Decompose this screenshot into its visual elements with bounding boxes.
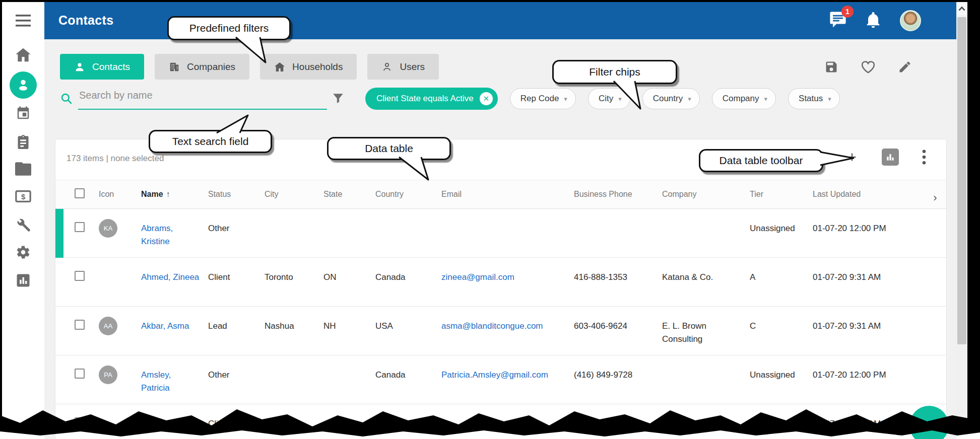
callout-filter-chips: Filter chips	[552, 60, 677, 84]
folder-icon[interactable]	[15, 162, 31, 176]
contact-name-link[interactable]: Abrams, Kristine	[141, 224, 173, 246]
contact-name-link[interactable]: Akbar, Asma	[141, 321, 189, 331]
col-company[interactable]: Company	[658, 190, 746, 199]
contacts-icon-active[interactable]	[10, 71, 37, 99]
table-row[interactable]: AA Akbar, Asma Lead Nashua NH USA asma@b…	[55, 307, 946, 355]
cell-status: Other	[204, 209, 260, 235]
email-link[interactable]: zineea@gmail.com	[441, 272, 514, 282]
cell-phone	[570, 404, 658, 417]
save-view-icon[interactable]	[824, 60, 838, 76]
billing-icon[interactable]: $	[15, 189, 31, 203]
callout-label: Data table	[365, 142, 413, 155]
cell-state	[319, 404, 371, 417]
table-row[interactable]: KA Abrams, Kristine Other Unassigned 01-…	[55, 209, 946, 258]
predefined-filter-tabs: Contacts Companies Households Users	[60, 54, 439, 80]
chip-country[interactable]: Country ▾	[642, 88, 700, 109]
row-checkbox[interactable]	[75, 369, 85, 379]
data-table: 173 items | none selected Icon Name↑ Sta…	[55, 139, 947, 439]
email-link[interactable]: asma@blanditcongue.com	[441, 321, 543, 331]
reports-chart-icon[interactable]	[16, 273, 31, 288]
add-icon[interactable]	[845, 151, 859, 164]
cell-updated: 01-07-20 9:31 AM	[809, 307, 919, 333]
col-state[interactable]: State	[319, 190, 371, 199]
tools-wrench-icon[interactable]	[16, 217, 31, 233]
filter-funnel-icon[interactable]	[332, 92, 345, 107]
col-country[interactable]: Country	[371, 190, 437, 199]
cell-email	[437, 404, 570, 417]
cell-status: Lead	[204, 307, 260, 333]
screenshot-border	[967, 0, 980, 425]
more-vertical-icon[interactable]	[922, 150, 926, 165]
row-checkbox[interactable]	[75, 222, 85, 232]
cell-phone	[570, 209, 658, 222]
main-content: Contacts Companies Households Users	[44, 39, 956, 439]
user-avatar[interactable]	[900, 10, 921, 31]
tab-users[interactable]: Users	[367, 54, 439, 80]
contact-name-link[interactable]: Amsley, Patricia	[141, 370, 171, 393]
chip-rep-code-label: Rep Code	[520, 94, 559, 104]
favorite-heart-icon[interactable]	[861, 60, 876, 76]
cell-tier: Unassigned	[746, 209, 809, 235]
search-field	[60, 88, 327, 111]
cell-state	[319, 209, 371, 222]
callout-text-search-field: Text search field	[149, 130, 272, 153]
active-row-indicator	[55, 209, 63, 258]
row-checkbox[interactable]	[75, 417, 85, 427]
house-icon	[274, 62, 285, 72]
vertical-scrollbar[interactable]	[956, 2, 967, 425]
items-summary: 173 items | none selected	[67, 154, 164, 164]
contact-name-link[interactable]: Armstrong,	[141, 419, 183, 428]
email-link[interactable]: Patricia.Amsley@gmail.com	[441, 370, 548, 380]
col-email[interactable]: Email	[437, 190, 570, 199]
table-row[interactable]: PA Amsley, Patricia Other Canada Patrici…	[55, 355, 946, 404]
tasks-clipboard-icon[interactable]	[16, 134, 30, 150]
scroll-up-icon[interactable]	[956, 2, 967, 15]
edit-pencil-icon[interactable]	[898, 60, 912, 76]
table-row[interactable]: Armstrong, Client B 01-07-20 9:31 AM	[55, 404, 946, 439]
select-all-checkbox[interactable]	[75, 188, 85, 198]
chip-rep-code[interactable]: Rep Code ▾	[510, 88, 576, 109]
row-checkbox[interactable]	[75, 271, 85, 281]
avatar: PA	[99, 365, 117, 384]
cell-country	[371, 209, 437, 222]
cell-updated: 01-07-20 12:00 PM	[809, 209, 919, 235]
tab-contacts[interactable]: Contacts	[60, 54, 144, 80]
col-business-phone[interactable]: Business Phone	[570, 190, 658, 199]
cell-country: USA	[371, 307, 437, 333]
notifications-bell-icon[interactable]	[866, 11, 881, 30]
chip-status-label: Status	[799, 94, 823, 104]
chip-city[interactable]: City ▾	[588, 88, 630, 109]
messages-icon[interactable]: 1	[829, 12, 846, 30]
scrollbar-thumb[interactable]	[957, 17, 966, 344]
cell-email	[437, 209, 570, 222]
col-tier[interactable]: Tier	[746, 190, 809, 199]
col-city[interactable]: City	[260, 190, 319, 199]
table-row[interactable]: Ahmed, Zineea Client Toronto ON Canada z…	[55, 258, 946, 307]
cell-city: Nashua	[260, 307, 319, 333]
col-last-updated[interactable]: Last Updated	[809, 190, 919, 199]
chip-status[interactable]: Status ▾	[788, 88, 840, 109]
menu-icon[interactable]	[16, 14, 31, 27]
callout-label: Text search field	[172, 135, 249, 148]
col-status[interactable]: Status	[204, 190, 260, 199]
col-name[interactable]: Name↑	[130, 190, 204, 199]
home-icon[interactable]	[15, 47, 31, 62]
column-chart-icon[interactable]	[882, 149, 899, 166]
tab-households[interactable]: Households	[260, 54, 357, 80]
cell-company: E. L. Brown Consulting	[658, 307, 746, 346]
more-columns-chevron-icon[interactable]: ›	[919, 184, 947, 204]
screenshot-border	[0, 0, 980, 2]
col-icon[interactable]: Icon	[95, 190, 130, 199]
row-checkbox[interactable]	[75, 320, 85, 330]
remove-filter-icon[interactable]: ✕	[480, 92, 493, 105]
chip-company[interactable]: Company ▾	[712, 88, 776, 109]
tab-companies[interactable]: Companies	[155, 54, 249, 80]
calendar-icon[interactable]	[16, 106, 31, 121]
cell-company: Katana & Co.	[658, 258, 746, 284]
settings-gear-icon[interactable]	[16, 245, 31, 260]
contact-name-link[interactable]: Ahmed, Zineea	[141, 272, 199, 282]
search-input[interactable]	[79, 90, 308, 101]
chevron-down-icon: ▾	[764, 95, 768, 103]
page-title: Contacts	[58, 13, 113, 28]
cell-state	[319, 355, 371, 369]
